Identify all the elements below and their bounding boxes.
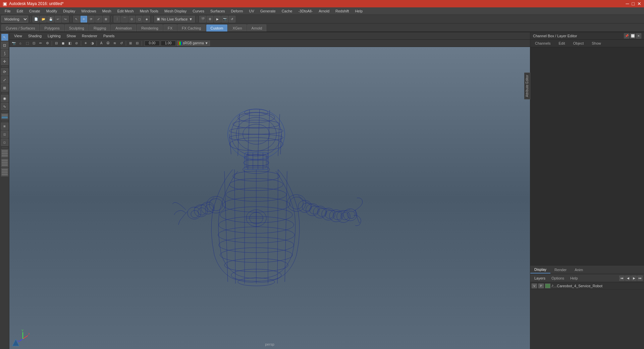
tab-rendering[interactable]: Rendering [137, 24, 163, 32]
vp-lighting-btn[interactable]: ☀ [83, 40, 89, 46]
tab-animation[interactable]: Animation [111, 24, 136, 32]
menu-edit-mesh[interactable]: Edit Mesh [115, 8, 137, 14]
title-bar-controls[interactable]: ─ □ ✕ [626, 1, 641, 6]
redo-button[interactable]: ↪ [62, 16, 69, 22]
save-scene-button[interactable]: 💾 [47, 16, 54, 22]
open-scene-button[interactable]: 📂 [40, 16, 47, 22]
pin-button[interactable]: 📌 [624, 33, 629, 39]
render-button[interactable]: 🎬 [199, 16, 206, 22]
layer-prev2-btn[interactable]: ◀ [625, 276, 631, 281]
layer-tab-display[interactable]: Display [530, 266, 550, 273]
menu-mesh-display[interactable]: Mesh Display [162, 8, 189, 14]
rotate-tool-button[interactable]: ⟳ [88, 16, 95, 22]
tab-arnold[interactable]: Arnold [247, 24, 267, 32]
move-tool-lt[interactable]: ✛ [1, 58, 8, 65]
close-panel-button[interactable]: ✕ [636, 33, 641, 39]
vp-menu-view[interactable]: View [11, 33, 25, 39]
move-tool-button[interactable]: ✛ [80, 16, 87, 22]
vp-hud-btn[interactable]: ⊟ [134, 40, 140, 46]
layer-next-btn[interactable]: ▶ [631, 276, 637, 281]
vp-dof-btn[interactable]: ⦿ [105, 40, 111, 46]
vp-menu-show[interactable]: Show [64, 33, 79, 39]
menu-mesh[interactable]: Mesh [100, 8, 114, 14]
vp-aa-btn[interactable]: A [98, 40, 104, 46]
exposure-input[interactable] [145, 41, 160, 46]
snap-view-button[interactable]: ◈ [143, 16, 150, 22]
universal-manip[interactable]: ⊞ [1, 84, 8, 92]
menu-curves[interactable]: Curves [190, 8, 207, 14]
vp-cam-home-btn[interactable]: ⌂ [17, 40, 23, 46]
render-group[interactable] [1, 168, 8, 177]
vp-grid-btn[interactable]: ⊞ [127, 40, 133, 46]
menu-display[interactable]: Display [60, 8, 78, 14]
vp-xray-btn[interactable]: ⊘ [73, 40, 79, 46]
scale-tool-button[interactable]: ⤢ [95, 16, 102, 22]
render-refresh-button[interactable]: ↺ [229, 16, 235, 22]
select-tool-button[interactable]: ↖ [73, 16, 80, 22]
menu-create[interactable]: Create [26, 8, 43, 14]
tab-fx-caching[interactable]: FX Caching [177, 24, 205, 32]
cb-tab-edit[interactable]: Edit [556, 41, 568, 46]
viewport-3d[interactable]: persp X Y Z [9, 47, 530, 349]
workspace-dropdown[interactable]: Modeling [1, 16, 28, 22]
layer-prev-btn[interactable]: ⏮ [619, 276, 625, 281]
snap-group[interactable] [1, 158, 8, 167]
menu-deform[interactable]: Deform [228, 8, 246, 14]
vp-menu-shading[interactable]: Shading [25, 33, 44, 39]
layer-visible-button[interactable]: V [532, 284, 537, 288]
cb-tab-object[interactable]: Object [570, 41, 586, 46]
snap-point-button[interactable]: ⊙ [128, 16, 135, 22]
tab-curves-surfaces[interactable]: Curves / Surfaces [1, 24, 39, 32]
menu-help[interactable]: Help [352, 8, 365, 14]
vp-menu-lighting[interactable]: Lighting [45, 33, 63, 39]
no-live-surface-button[interactable]: ▣ No Live Surface ▼ [154, 16, 195, 22]
menu-modify[interactable]: Modify [44, 8, 60, 14]
minimize-button[interactable]: ─ [626, 1, 629, 6]
new-scene-button[interactable]: 📄 [33, 16, 39, 22]
menu-mesh-tools[interactable]: Mesh Tools [137, 8, 161, 14]
menu-uv[interactable]: UV [246, 8, 257, 14]
vp-cam-frame-btn[interactable]: ⊡ [31, 40, 37, 46]
vp-shaded-wire-btn[interactable]: ◧ [67, 40, 73, 46]
menu-file[interactable]: File [2, 8, 13, 14]
lasso-tool[interactable]: ⟆ [1, 50, 8, 57]
tab-sculpting[interactable]: Sculpting [65, 24, 89, 32]
display-mode-group[interactable] [1, 113, 8, 119]
help-subtab[interactable]: Help [568, 276, 581, 281]
vp-camera-btn[interactable]: 📷 [11, 40, 17, 46]
scale-tool-lt[interactable]: ⤢ [1, 76, 8, 84]
snap-surface-button[interactable]: ◻ [136, 16, 143, 22]
sculpt-tool[interactable]: ∿ [1, 103, 8, 110]
menu-edit[interactable]: Edit [14, 8, 26, 14]
cb-tab-show[interactable]: Show [589, 41, 604, 46]
isolate-btn[interactable]: ◻ [1, 139, 8, 146]
attribute-editor-side-tab[interactable]: Attribute Editor [524, 72, 530, 99]
menu-surfaces[interactable]: Surfaces [208, 8, 227, 14]
layer-playback-button[interactable]: P [538, 284, 544, 288]
vp-attr-btn[interactable]: ⚙ [44, 40, 50, 46]
paint-select-tool[interactable]: ⊡ [1, 42, 8, 49]
history-group[interactable] [1, 149, 8, 158]
vp-paint-btn[interactable]: ✏ [38, 40, 44, 46]
vp-shaded-btn[interactable]: ◼ [60, 40, 66, 46]
tab-custom[interactable]: Custom [206, 24, 228, 32]
tab-polygons[interactable]: Polygons [40, 24, 64, 32]
show-hide-btn[interactable]: ◫ [1, 131, 8, 138]
soft-mod-tool[interactable]: ◉ [1, 95, 8, 102]
maximize-panel-button[interactable]: ⬜ [630, 33, 635, 39]
rotate-tool-lt[interactable]: ⟳ [1, 68, 8, 76]
vp-cam-fit-btn[interactable]: ⬚ [24, 40, 30, 46]
vp-shadow-btn[interactable]: ◑ [89, 40, 95, 46]
menu-3dto-all[interactable]: -3DtoAll- [296, 8, 315, 14]
layers-subtab[interactable]: Layers [532, 276, 548, 281]
close-button[interactable]: ✕ [637, 1, 641, 6]
tab-fx[interactable]: FX [163, 24, 177, 32]
tab-rigging[interactable]: Rigging [89, 24, 110, 32]
select-tool-lt[interactable]: ↖ [1, 34, 8, 41]
menu-arnold[interactable]: Arnold [316, 8, 332, 14]
vp-menu-panels[interactable]: Panels [101, 33, 117, 39]
transform-tool-button[interactable]: ⊞ [103, 16, 109, 22]
undo-button[interactable]: ↩ [55, 16, 61, 22]
snap-grid-button[interactable]: ⋮ [114, 16, 120, 22]
tab-xgen[interactable]: XGen [228, 24, 246, 32]
